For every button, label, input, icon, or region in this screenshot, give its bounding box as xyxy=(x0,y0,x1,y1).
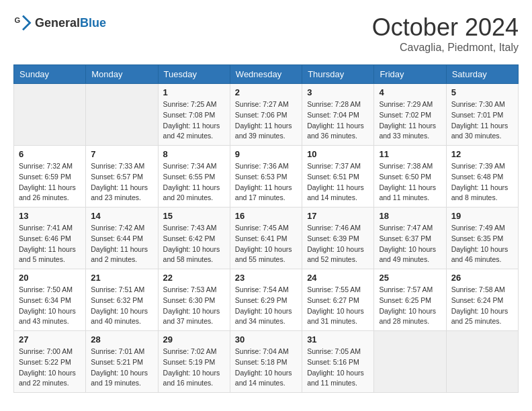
logo-icon: G xyxy=(13,13,32,32)
main-title: October 2024 xyxy=(372,13,519,42)
day-number: 11 xyxy=(379,149,441,159)
day-cell: 27Sunrise: 7:00 AMSunset: 5:22 PMDayligh… xyxy=(14,331,86,393)
weekday-header-sunday: Sunday xyxy=(14,65,86,84)
day-number: 4 xyxy=(379,87,441,97)
day-cell: 26Sunrise: 7:58 AMSunset: 6:24 PMDayligh… xyxy=(446,269,518,331)
week-row-5: 27Sunrise: 7:00 AMSunset: 5:22 PMDayligh… xyxy=(14,331,519,393)
day-number: 1 xyxy=(163,87,225,97)
day-info: Sunrise: 7:25 AMSunset: 7:08 PMDaylight:… xyxy=(163,99,225,142)
day-number: 8 xyxy=(163,149,225,159)
day-info: Sunrise: 7:47 AMSunset: 6:37 PMDaylight:… xyxy=(379,223,441,265)
day-number: 9 xyxy=(235,149,297,159)
day-number: 6 xyxy=(19,149,81,159)
day-info: Sunrise: 7:46 AMSunset: 6:39 PMDaylight:… xyxy=(307,223,369,265)
day-cell: 23Sunrise: 7:54 AMSunset: 6:29 PMDayligh… xyxy=(230,269,302,331)
day-info: Sunrise: 7:55 AMSunset: 6:27 PMDaylight:… xyxy=(307,285,369,327)
day-number: 3 xyxy=(307,87,369,97)
day-cell xyxy=(86,84,158,146)
day-cell: 15Sunrise: 7:43 AMSunset: 6:42 PMDayligh… xyxy=(158,208,230,269)
day-cell: 22Sunrise: 7:53 AMSunset: 6:30 PMDayligh… xyxy=(158,269,230,331)
day-cell: 31Sunrise: 7:05 AMSunset: 5:16 PMDayligh… xyxy=(302,331,374,393)
day-info: Sunrise: 7:51 AMSunset: 6:32 PMDaylight:… xyxy=(91,285,152,327)
day-cell: 13Sunrise: 7:41 AMSunset: 6:46 PMDayligh… xyxy=(14,208,86,269)
day-number: 12 xyxy=(451,149,513,159)
day-info: Sunrise: 7:27 AMSunset: 7:06 PMDaylight:… xyxy=(235,99,297,142)
day-info: Sunrise: 7:02 AMSunset: 5:19 PMDaylight:… xyxy=(163,347,225,389)
day-number: 22 xyxy=(163,273,225,283)
day-info: Sunrise: 7:57 AMSunset: 6:25 PMDaylight:… xyxy=(379,285,441,327)
day-info: Sunrise: 7:30 AMSunset: 7:01 PMDaylight:… xyxy=(451,99,513,142)
logo-blue: Blue xyxy=(80,16,106,30)
day-number: 16 xyxy=(235,211,297,221)
subtitle: Cavaglia, Piedmont, Italy xyxy=(372,42,519,54)
weekday-header-monday: Monday xyxy=(86,65,158,84)
day-number: 14 xyxy=(91,211,152,221)
week-row-2: 6Sunrise: 7:32 AMSunset: 6:59 PMDaylight… xyxy=(14,146,519,208)
day-cell: 11Sunrise: 7:38 AMSunset: 6:50 PMDayligh… xyxy=(374,146,446,208)
day-cell: 10Sunrise: 7:37 AMSunset: 6:51 PMDayligh… xyxy=(302,146,374,208)
day-cell: 14Sunrise: 7:42 AMSunset: 6:44 PMDayligh… xyxy=(86,208,158,269)
day-info: Sunrise: 7:53 AMSunset: 6:30 PMDaylight:… xyxy=(163,285,225,327)
calendar: SundayMondayTuesdayWednesdayThursdayFrid… xyxy=(13,64,519,393)
day-cell: 30Sunrise: 7:04 AMSunset: 5:18 PMDayligh… xyxy=(230,331,302,393)
day-cell: 29Sunrise: 7:02 AMSunset: 5:19 PMDayligh… xyxy=(158,331,230,393)
title-section: October 2024 Cavaglia, Piedmont, Italy xyxy=(372,13,519,54)
day-number: 5 xyxy=(451,87,513,97)
day-number: 29 xyxy=(163,334,225,345)
day-info: Sunrise: 7:29 AMSunset: 7:02 PMDaylight:… xyxy=(379,99,441,142)
week-row-3: 13Sunrise: 7:41 AMSunset: 6:46 PMDayligh… xyxy=(14,208,519,269)
day-cell: 17Sunrise: 7:46 AMSunset: 6:39 PMDayligh… xyxy=(302,208,374,269)
day-number: 18 xyxy=(379,211,441,221)
day-number: 24 xyxy=(307,273,369,283)
day-cell: 5Sunrise: 7:30 AMSunset: 7:01 PMDaylight… xyxy=(446,84,518,146)
day-info: Sunrise: 7:36 AMSunset: 6:53 PMDaylight:… xyxy=(235,161,297,203)
weekday-header-saturday: Saturday xyxy=(446,65,518,84)
day-cell: 1Sunrise: 7:25 AMSunset: 7:08 PMDaylight… xyxy=(158,84,230,146)
day-info: Sunrise: 7:39 AMSunset: 6:48 PMDaylight:… xyxy=(451,161,513,203)
day-info: Sunrise: 7:37 AMSunset: 6:51 PMDaylight:… xyxy=(307,161,369,203)
weekday-header-thursday: Thursday xyxy=(302,65,374,84)
day-cell: 12Sunrise: 7:39 AMSunset: 6:48 PMDayligh… xyxy=(446,146,518,208)
day-info: Sunrise: 7:38 AMSunset: 6:50 PMDaylight:… xyxy=(379,161,441,203)
day-number: 2 xyxy=(235,87,297,97)
day-cell: 18Sunrise: 7:47 AMSunset: 6:37 PMDayligh… xyxy=(374,208,446,269)
day-info: Sunrise: 7:45 AMSunset: 6:41 PMDaylight:… xyxy=(235,223,297,265)
day-info: Sunrise: 7:34 AMSunset: 6:55 PMDaylight:… xyxy=(163,161,225,203)
day-cell: 25Sunrise: 7:57 AMSunset: 6:25 PMDayligh… xyxy=(374,269,446,331)
weekday-header-friday: Friday xyxy=(374,65,446,84)
day-info: Sunrise: 7:01 AMSunset: 5:21 PMDaylight:… xyxy=(91,347,152,389)
day-cell: 28Sunrise: 7:01 AMSunset: 5:21 PMDayligh… xyxy=(86,331,158,393)
logo: G GeneralBlue xyxy=(13,13,106,32)
day-info: Sunrise: 7:00 AMSunset: 5:22 PMDaylight:… xyxy=(19,347,81,389)
day-cell xyxy=(446,331,518,393)
day-cell: 21Sunrise: 7:51 AMSunset: 6:32 PMDayligh… xyxy=(86,269,158,331)
day-cell: 4Sunrise: 7:29 AMSunset: 7:02 PMDaylight… xyxy=(374,84,446,146)
day-cell: 20Sunrise: 7:50 AMSunset: 6:34 PMDayligh… xyxy=(14,269,86,331)
day-cell: 24Sunrise: 7:55 AMSunset: 6:27 PMDayligh… xyxy=(302,269,374,331)
day-number: 30 xyxy=(235,334,297,345)
day-number: 23 xyxy=(235,273,297,283)
day-info: Sunrise: 7:41 AMSunset: 6:46 PMDaylight:… xyxy=(19,223,81,265)
week-row-1: 1Sunrise: 7:25 AMSunset: 7:08 PMDaylight… xyxy=(14,84,519,146)
day-cell: 2Sunrise: 7:27 AMSunset: 7:06 PMDaylight… xyxy=(230,84,302,146)
day-cell xyxy=(374,331,446,393)
day-info: Sunrise: 7:54 AMSunset: 6:29 PMDaylight:… xyxy=(235,285,297,327)
day-info: Sunrise: 7:32 AMSunset: 6:59 PMDaylight:… xyxy=(19,161,81,203)
day-info: Sunrise: 7:05 AMSunset: 5:16 PMDaylight:… xyxy=(307,347,369,389)
day-number: 15 xyxy=(163,211,225,221)
day-number: 19 xyxy=(451,211,513,221)
day-number: 27 xyxy=(19,334,81,345)
week-row-4: 20Sunrise: 7:50 AMSunset: 6:34 PMDayligh… xyxy=(14,269,519,331)
day-info: Sunrise: 7:58 AMSunset: 6:24 PMDaylight:… xyxy=(451,285,513,327)
weekday-header-wednesday: Wednesday xyxy=(230,65,302,84)
day-number: 28 xyxy=(91,334,152,345)
day-number: 25 xyxy=(379,273,441,283)
day-info: Sunrise: 7:42 AMSunset: 6:44 PMDaylight:… xyxy=(91,223,152,265)
day-cell xyxy=(14,84,86,146)
day-cell: 3Sunrise: 7:28 AMSunset: 7:04 PMDaylight… xyxy=(302,84,374,146)
day-info: Sunrise: 7:04 AMSunset: 5:18 PMDaylight:… xyxy=(235,347,297,389)
day-info: Sunrise: 7:50 AMSunset: 6:34 PMDaylight:… xyxy=(19,285,81,327)
day-cell: 7Sunrise: 7:33 AMSunset: 6:57 PMDaylight… xyxy=(86,146,158,208)
day-number: 7 xyxy=(91,149,152,159)
day-number: 17 xyxy=(307,211,369,221)
